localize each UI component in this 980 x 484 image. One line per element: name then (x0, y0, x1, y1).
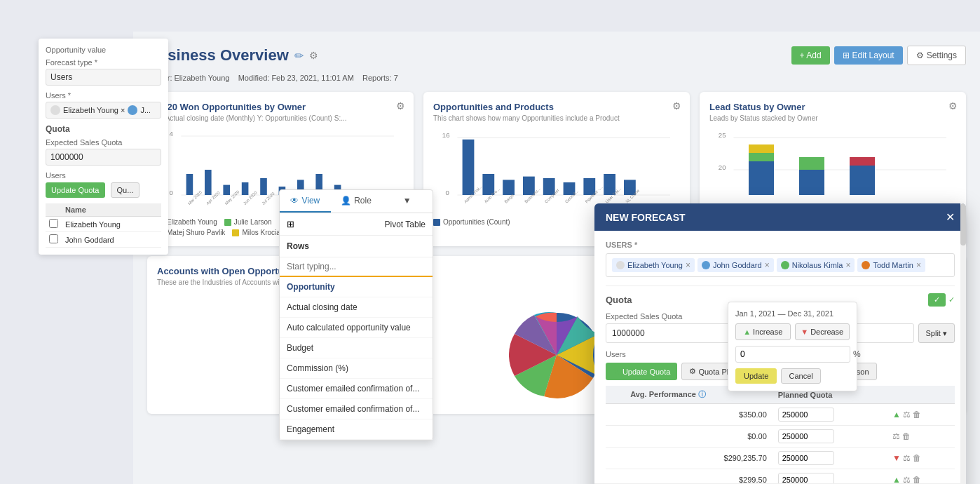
row-label (606, 404, 625, 426)
pivot-table-label: Pivot Table (385, 220, 426, 229)
row-label (606, 426, 625, 448)
svg-text:25: 25 (719, 131, 726, 139)
header-actions: + Add ⊞ Edit Layout ⚙ Settings (791, 46, 966, 65)
remove-nikolaus-button[interactable]: × (845, 260, 850, 270)
svg-rect-28 (503, 180, 515, 195)
trash-icon[interactable]: 🗑 (913, 475, 921, 483)
info-icon[interactable]: ⓘ (698, 390, 706, 398)
new-forecast-modal: NEW FORECAST ✕ Users * Elizabeth Young ×… (594, 203, 966, 484)
tab-role[interactable]: 👤 Role (331, 190, 382, 213)
scrollbar-track[interactable] (960, 231, 966, 483)
quota-check-label: ✓ (948, 295, 955, 304)
filter-list-item-engagement[interactable]: Engagement (280, 419, 433, 440)
remove-elizabeth-button[interactable]: × (686, 260, 690, 270)
planned-quota-input-1[interactable] (778, 408, 834, 422)
scale-icon[interactable]: ⚖ (903, 410, 911, 419)
edit-icon: ✏ (294, 49, 304, 62)
modal-title: NEW FORECAST (606, 212, 686, 223)
row-label (606, 448, 625, 469)
filter-list-item-customer-email1[interactable]: Customer emailed confirmation of... (280, 379, 433, 399)
user-name: Elizabeth Young (62, 217, 161, 232)
page-meta: Owner: Elizabeth Young Modified: Feb 23,… (147, 74, 966, 82)
filter-icon-tab[interactable]: ▼ (381, 190, 433, 213)
chart3-gear-icon[interactable]: ⚙ (948, 100, 958, 112)
quota-check-button[interactable]: ✓ (928, 293, 946, 307)
tab-view[interactable]: 👁 View (280, 190, 331, 213)
row-actions-1: ▲ ⚖ 🗑 (887, 404, 955, 426)
pivot-icon: ⊞ (287, 219, 294, 229)
scale-icon[interactable]: ⚖ (903, 453, 911, 463)
scrollbar-thumb[interactable] (960, 231, 966, 246)
remove-todd-button[interactable]: × (916, 260, 921, 270)
filter-list-item-actual-closing[interactable]: Actual closing date (280, 297, 433, 318)
planned-quota-3 (773, 448, 887, 469)
filter-list-item-budget[interactable]: Budget (280, 338, 433, 358)
planned-quota-input-4[interactable] (778, 473, 834, 483)
chart2-gear-icon[interactable]: ⚙ (672, 100, 681, 112)
table-row: Elizabeth Young (46, 217, 161, 232)
expected-quota-label: Expected Sales Quota (46, 138, 161, 147)
quota-table-row: $299.50 ▲ ⚖ 🗑 (606, 469, 955, 484)
rows-section: Rows (280, 236, 433, 257)
expected-quota-input[interactable] (606, 323, 914, 343)
row-checkbox[interactable] (49, 219, 58, 228)
svg-rect-6 (223, 185, 230, 195)
quota-section-header: Quota ✓ ✓ (606, 293, 955, 307)
trash-icon[interactable]: 🗑 (902, 431, 911, 441)
split-button[interactable]: Split ▾ (918, 323, 955, 343)
modal-close-button[interactable]: ✕ (946, 210, 955, 224)
svg-rect-53 (850, 166, 875, 195)
avg-performance-4: $299.50 (625, 469, 773, 484)
avg-performance-2: $0.00 (625, 426, 773, 448)
modal-header: NEW FORECAST ✕ (594, 203, 966, 231)
edit-layout-button[interactable]: ⊞ Edit Layout (834, 46, 903, 65)
quota-action-row: ▲ Update Quota ⚙ Quota Planning ↔ Perfor… (606, 363, 955, 380)
row-checkbox[interactable] (49, 234, 58, 243)
svg-rect-50 (749, 144, 774, 153)
table-row: John Goddard (46, 232, 161, 248)
users-field[interactable]: Elizabeth Young × John Goddard × Nikolau… (606, 253, 955, 277)
quota-section-title: Quota (606, 295, 632, 305)
modal-users-label: Users * (606, 241, 955, 249)
users-label: Users (46, 171, 161, 180)
planned-quota-input-3[interactable] (778, 451, 834, 465)
planned-quota-1 (773, 404, 887, 426)
modified-label: Modified: (238, 74, 270, 82)
filter-list-item-customer-email2[interactable]: Customer emailed confirmation of... (280, 399, 433, 419)
col-empty (606, 386, 625, 404)
name-col: Name (62, 203, 161, 217)
svg-rect-51 (799, 170, 824, 195)
filter-list-item-auto-calc[interactable]: Auto calculated opportunity value (280, 318, 433, 338)
scale-icon[interactable]: ⚖ (903, 475, 911, 483)
filter-list-item-opportunity[interactable]: Opportunity (280, 277, 433, 297)
quota-planning-button[interactable]: ⚙ Quota Planning (681, 363, 759, 380)
add-button[interactable]: + Add (791, 46, 830, 65)
performance-comparison-button[interactable]: ↔ Performance Comparison (763, 363, 876, 380)
pivot-table-row[interactable]: ⊞ Pivot Table (280, 213, 433, 236)
chart2-title: Opportunities and Products (433, 102, 680, 112)
svg-rect-7 (242, 182, 249, 195)
settings-button[interactable]: ⚙ Settings (907, 46, 966, 65)
field3-value: Elizabeth Young × J... (46, 102, 161, 119)
trash-icon[interactable]: 🗑 (913, 410, 921, 419)
field2-value: Users (46, 69, 161, 86)
planned-quota-input-2[interactable] (778, 429, 834, 443)
update-quota-modal-button[interactable]: ▲ Update Quota (606, 363, 677, 380)
quota-table: Avg. Performance ⓘ Planned Quota $350.00 (606, 386, 955, 483)
row-actions-2: ⚖ 🗑 (887, 426, 955, 448)
legend-item: Julie Larson (224, 218, 272, 226)
filter-search-input[interactable] (280, 257, 433, 277)
svg-rect-26 (463, 140, 475, 195)
scale-icon[interactable]: ⚖ (892, 431, 900, 441)
trash-icon[interactable]: 🗑 (913, 453, 921, 463)
gear-icon[interactable]: ⚙ (309, 50, 318, 61)
modal-body: Users * Elizabeth Young × John Goddard ×… (594, 231, 966, 483)
users-quota-label: Users (606, 350, 955, 358)
chart1-gear-icon[interactable]: ⚙ (396, 100, 405, 112)
layout-icon: ⊞ (843, 51, 850, 60)
remove-john-button[interactable]: × (765, 260, 770, 270)
filter-list-item-commission[interactable]: Commission (%) (280, 358, 433, 379)
update-quota-button[interactable]: Update Quota (46, 182, 105, 198)
quota-table-row: $350.00 ▲ ⚖ 🗑 (606, 404, 955, 426)
quota-secondary-button[interactable]: Qu... (111, 182, 140, 198)
